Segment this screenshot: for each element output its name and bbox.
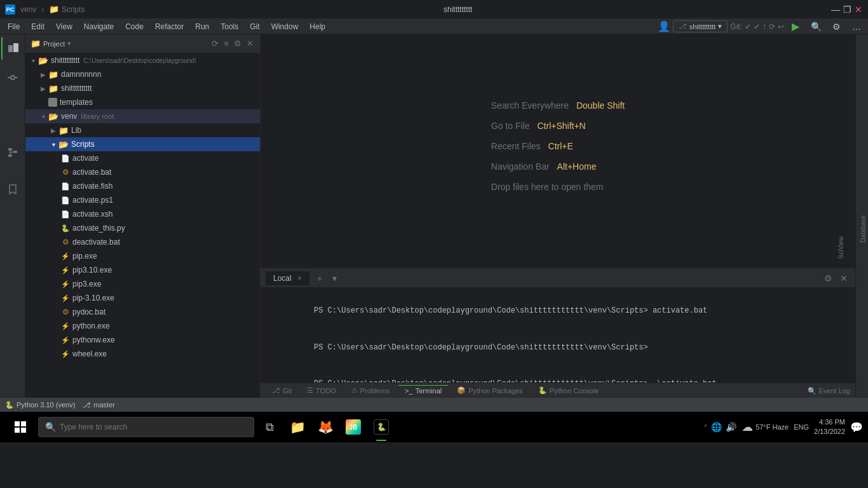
notification-icon[interactable]: 💬 xyxy=(850,421,863,433)
svg-rect-1 xyxy=(13,43,18,52)
panel-sync-btn[interactable]: ⟳ xyxy=(210,37,220,50)
tree-item-activate-xsh[interactable]: 📄 activate.xsh xyxy=(25,207,260,221)
tree-item-venv[interactable]: ▾ 📂 venv library root xyxy=(25,109,260,123)
taskbar-search-icon: 🔍 xyxy=(45,422,56,432)
tray-network-icon: 🌐 xyxy=(711,422,722,432)
toolbar-extra-btn[interactable]: … xyxy=(848,18,865,36)
svg-rect-5 xyxy=(8,148,12,151)
python-icon: 🐍 xyxy=(5,401,14,409)
left-sidebar xyxy=(0,34,25,398)
menu-view[interactable]: View xyxy=(51,21,78,32)
taskbar-task-view[interactable]: ⧉ xyxy=(257,412,282,442)
taskbar-search-input[interactable] xyxy=(60,423,247,431)
tree-item-pythonw-exe[interactable]: ⚡ pythonw.exe xyxy=(25,333,260,347)
terminal-settings-btn[interactable]: ⚙ xyxy=(822,272,835,285)
bottom-tabs-bar: ⎇ Git ☰ TODO ⚠ Problems >_ Terminal 📦 Py… xyxy=(261,383,855,398)
tree-item-root[interactable]: ▾ 📂 shittttttttt C:\Users\sadr\Desktop\c… xyxy=(25,53,260,67)
tree-item-python-exe[interactable]: ⚡ python.exe xyxy=(25,319,260,333)
tree-item-pip3-exe[interactable]: ⚡ pip3.exe xyxy=(25,277,260,291)
folder-icon: 📁 xyxy=(48,84,58,93)
panel-collapse-btn[interactable]: ≡ xyxy=(222,37,230,50)
taskbar-file-explorer[interactable]: 📁 xyxy=(285,412,310,442)
tree-item-deactivate-bat[interactable]: ⚙ deactivate.bat xyxy=(25,235,260,249)
panel-options-btn[interactable]: ⚙ xyxy=(233,37,243,50)
tree-item-lib[interactable]: ▶ 📁 Lib xyxy=(25,123,260,137)
sidebar-item-structure[interactable] xyxy=(1,141,24,164)
tree-item-pip3-10-exe[interactable]: ⚡ pip3.10.exe xyxy=(25,263,260,277)
run-button[interactable]: ▶ xyxy=(787,18,804,36)
windows-logo xyxy=(15,421,26,433)
bottom-tab-todo[interactable]: ☰ TODO xyxy=(301,385,342,396)
file-icon: 📄 xyxy=(61,196,70,205)
tree-item-activate-this-py[interactable]: 🐍 activate_this.py xyxy=(25,221,260,235)
tree-item-activate-ps1[interactable]: 📄 activate.ps1 xyxy=(25,193,260,207)
title-bar-center: shittttttttt xyxy=(444,5,472,14)
tree-item-activate[interactable]: 📄 activate xyxy=(25,151,260,165)
bottom-tab-python-packages[interactable]: 📦 Python Packages xyxy=(451,385,529,396)
start-button[interactable] xyxy=(5,412,36,442)
exe-icon: ⚡ xyxy=(61,294,70,302)
maximize-button[interactable]: ❐ xyxy=(843,5,851,14)
taskbar-firefox[interactable]: 🦊 xyxy=(313,412,338,442)
language-indicator[interactable]: ENG xyxy=(794,423,809,431)
menu-refactor[interactable]: Refactor xyxy=(150,21,189,32)
tree-item-activate-fish[interactable]: 📄 activate.fish xyxy=(25,179,260,193)
editor-area[interactable]: Search Everywhere Double Shift Go to Fil… xyxy=(261,34,855,268)
menu-help[interactable]: Help xyxy=(304,21,330,32)
terminal-tab-close[interactable]: × xyxy=(297,274,302,283)
toolbar-search-btn[interactable]: 🔍 xyxy=(807,18,825,36)
tree-item-activate-bat[interactable]: ⚙ activate.bat xyxy=(25,165,260,179)
status-python[interactable]: 🐍 Python 3.10 (venv) xyxy=(5,401,75,409)
bottom-tab-python-console[interactable]: 🐍 Python Console xyxy=(532,385,606,396)
menu-tools[interactable]: Tools xyxy=(215,21,243,32)
right-tab-database[interactable]: Database xyxy=(858,213,868,245)
tree-item-pip-310-exe[interactable]: ⚡ pip-3.10.exe xyxy=(25,291,260,305)
terminal-add-btn[interactable]: + xyxy=(315,272,325,285)
terminal-content[interactable]: PS C:\Users\sadr\Desktop\codeplayground\… xyxy=(261,288,855,383)
terminal-tab-local[interactable]: Local × xyxy=(266,271,309,285)
sidebar-item-bookmarks[interactable] xyxy=(1,178,24,201)
bottom-tab-problems[interactable]: ⚠ Problems xyxy=(345,385,396,396)
tree-item-templates[interactable]: ▶ templates xyxy=(25,95,260,109)
system-clock[interactable]: 4:36 PM 2/13/2022 xyxy=(814,417,845,437)
panel-close-btn[interactable]: ✕ xyxy=(245,37,255,50)
tree-item-pydoc-bat[interactable]: ⚙ pydoc.bat xyxy=(25,305,260,319)
right-tab-sciview[interactable]: SciView xyxy=(836,234,846,261)
jb-toolbox-icon: JB xyxy=(346,419,361,435)
project-tree: ▾ 📂 shittttttttt C:\Users\sadr\Desktop\c… xyxy=(25,53,260,398)
menu-navigate[interactable]: Navigate xyxy=(79,21,119,32)
terminal-close-panel-btn[interactable]: ✕ xyxy=(837,272,850,285)
menu-window[interactable]: Window xyxy=(266,21,304,32)
taskbar-search[interactable]: 🔍 xyxy=(38,417,254,437)
terminal-icon: >_ xyxy=(405,387,413,395)
menu-file[interactable]: File xyxy=(3,21,25,32)
tree-item-damnnnnnn[interactable]: ▶ 📁 damnnnnnn xyxy=(25,67,260,81)
tree-item-pip-exe[interactable]: ⚡ pip.exe xyxy=(25,249,260,263)
toolbar-settings-btn[interactable]: ⚙ xyxy=(827,18,845,36)
status-branch[interactable]: ⎇ master xyxy=(83,401,115,409)
minimize-button[interactable]: — xyxy=(831,5,840,14)
menu-git[interactable]: Git xyxy=(245,21,264,32)
tree-item-wheel-exe[interactable]: ⚡ wheel.exe xyxy=(25,347,260,361)
right-sidebar: Database SciView xyxy=(855,34,868,398)
menu-code[interactable]: Code xyxy=(120,21,149,32)
menu-run[interactable]: Run xyxy=(190,21,214,32)
close-button[interactable]: ✕ xyxy=(854,5,863,14)
bottom-tab-terminal[interactable]: >_ Terminal xyxy=(398,385,448,396)
taskbar-jb-toolbox[interactable]: JB xyxy=(341,412,366,442)
tray-chevron[interactable]: ^ xyxy=(704,423,707,431)
taskbar-pycharm[interactable]: 🐍 xyxy=(369,412,394,442)
event-log-link[interactable]: 🔍 Event Log xyxy=(808,387,850,395)
bottom-tab-git[interactable]: ⎇ Git xyxy=(266,385,298,396)
menu-edit[interactable]: Edit xyxy=(26,21,50,32)
file-icon: 📄 xyxy=(61,154,70,163)
sidebar-item-commit[interactable] xyxy=(1,66,24,89)
tree-item-scripts[interactable]: ▾ 📂 Scripts xyxy=(25,137,260,151)
system-tray: ^ 🌐 🔊 ☁ 57°F Haze ENG 4:36 PM 2/13/2022 … xyxy=(704,417,863,437)
branch-selector[interactable]: ⎇ shittttttttt ▾ xyxy=(673,20,728,32)
venv-meta: library root xyxy=(81,112,114,120)
sidebar-item-project[interactable] xyxy=(1,37,24,60)
title-bar-left: PC venv › 📁 Scripts xyxy=(5,4,85,15)
terminal-more-btn[interactable]: ▾ xyxy=(330,272,339,285)
tree-item-shitttttttttt[interactable]: ▶ 📁 shitttttttttt xyxy=(25,81,260,95)
